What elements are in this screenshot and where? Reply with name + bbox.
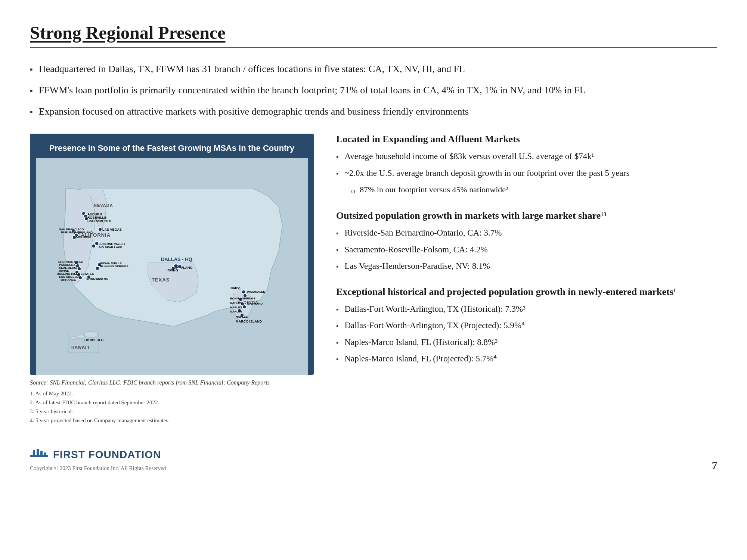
- svg-point-31: [96, 267, 99, 270]
- bullet-marker-s3-1: ▪: [336, 305, 338, 315]
- map-section: Presence in Some of the Fastest Growing …: [30, 134, 314, 425]
- footnote-4: 4. 5 year projected based on Company man…: [30, 416, 314, 425]
- svg-text:HAWAI'I: HAWAI'I: [71, 345, 90, 349]
- map-container: Presence in Some of the Fastest Growing …: [30, 134, 314, 375]
- section3-bullet-text-1: Dallas-Fort Worth-Arlington, TX (Histori…: [344, 303, 526, 316]
- section1-subbullet-1: o 87% in our footprint versus 45% nation…: [336, 183, 717, 197]
- svg-text:TEXAS: TEXAS: [152, 277, 170, 283]
- svg-text:DALLAS - HQ: DALLAS - HQ: [161, 256, 192, 262]
- svg-point-62: [242, 305, 246, 309]
- svg-text:MARCO ISLAND: MARCO ISLAND: [236, 320, 262, 323]
- page-title: Strong Regional Presence: [30, 22, 717, 48]
- section2-bullet-1: ▪ Riverside-San Bernardino-Ontario, CA: …: [336, 227, 717, 240]
- section3-bullet-2: ▪ Dallas-Fort Worth-Arlington, TX (Proje…: [336, 319, 717, 332]
- svg-text:NAPLES: NAPLES: [230, 301, 242, 305]
- section1-bullet-2: ▪ ~2.0x the U.S. average branch deposit …: [336, 167, 717, 180]
- svg-point-22: [95, 242, 99, 245]
- bullet-text-1: Headquartered in Dallas, TX, FFWM has 31…: [39, 62, 717, 76]
- svg-point-55: [71, 337, 76, 340]
- main-content: Presence in Some of the Fastest Growing …: [30, 134, 717, 425]
- bullet-text-3: Expansion focused on attractive markets …: [39, 104, 717, 119]
- svg-text:SAN JOSE: SAN JOSE: [76, 235, 92, 239]
- svg-rect-76: [37, 449, 39, 457]
- svg-text:NAPLES: NAPLES: [236, 315, 248, 318]
- bullet-marker-s1-1: ▪: [336, 152, 338, 162]
- intro-bullets: ▪ Headquartered in Dallas, TX, FFWM has …: [30, 62, 717, 119]
- section1-bullet-text-1: Average household income of $83k versus …: [344, 150, 594, 163]
- logo-text: FIRST FOUNDATION: [53, 449, 161, 461]
- section2-bullet-text-2: Sacramento-Roseville-Folsom, CA: 4.2%: [344, 243, 487, 256]
- svg-text:EL CENTRO: EL CENTRO: [91, 277, 108, 280]
- footnotes: 1. As of May 2022. 2. As of latest FDIC …: [30, 389, 314, 425]
- svg-text:OAKLAND: OAKLAND: [78, 231, 93, 234]
- section-population-growth: Outsized population growth in markets wi…: [336, 210, 717, 273]
- section1-bullet-1: ▪ Average household income of $83k versu…: [336, 150, 717, 163]
- svg-text:INDIAN WELLS: INDIAN WELLS: [100, 262, 122, 265]
- section2-bullet-text-1: Riverside-San Bernardino-Ontario, CA: 3.…: [344, 227, 502, 240]
- bullet-marker-s3-3: ▪: [336, 338, 338, 348]
- section2-bullet-text-3: Las Vegas-Henderson-Paradise, NV: 8.1%: [344, 260, 490, 273]
- svg-text:IMMOKALEE: IMMOKALEE: [247, 290, 266, 293]
- bullet-text-2: FFWM's loan portfolio is primarily conce…: [39, 83, 717, 97]
- bullet-marker-1: ▪: [30, 63, 33, 75]
- svg-rect-75: [33, 450, 35, 457]
- bullet-marker-s2-2: ▪: [336, 245, 338, 255]
- section3-bullet-1: ▪ Dallas-Fort Worth-Arlington, TX (Histo…: [336, 303, 717, 316]
- section2-bullet-3: ▪ Las Vegas-Henderson-Paradise, NV: 8.1%: [336, 260, 717, 273]
- svg-point-19: [98, 227, 102, 231]
- svg-text:AVE MARIA: AVE MARIA: [247, 302, 264, 305]
- svg-text:LUCERNE VALLEY: LUCERNE VALLEY: [99, 242, 126, 246]
- svg-point-58: [242, 290, 245, 294]
- section3-heading: Exceptional historical and projected pop…: [336, 286, 717, 298]
- svg-text:TAMPA: TAMPA: [229, 286, 241, 290]
- bullet-2: ▪ FFWM's loan portfolio is primarily con…: [30, 83, 717, 97]
- section-expanding-markets: Located in Expanding and Affluent Market…: [336, 134, 717, 197]
- section-exceptional-growth: Exceptional historical and projected pop…: [336, 286, 717, 365]
- map-title: Presence in Some of the Fastest Growing …: [36, 140, 308, 158]
- svg-text:LAS VEGAS: LAS VEGAS: [102, 228, 122, 231]
- section3-bullet-4: ▪ Naples-Marco Island, FL (Projected): 5…: [336, 352, 717, 365]
- svg-text:HONOLULU: HONOLULU: [84, 338, 103, 342]
- bullet-marker-2: ▪: [30, 84, 33, 97]
- svg-text:TORRANCE: TORRANCE: [59, 278, 76, 281]
- svg-text:NAPLES: NAPLES: [230, 306, 242, 309]
- map-source: Source: SNL Financial; Claritas LLC; FDI…: [30, 379, 314, 386]
- section2-heading: Outsized population growth in markets wi…: [336, 210, 717, 221]
- bullet-marker-3: ▪: [30, 106, 33, 118]
- logo-area: FIRST FOUNDATION Copyright © 2023 First …: [30, 447, 166, 472]
- bullet-marker-s2-1: ▪: [336, 228, 338, 239]
- bullet-marker-s2-3: ▪: [336, 262, 338, 272]
- svg-text:PLANO: PLANO: [181, 266, 193, 270]
- section1-bullet-text-2: ~2.0x the U.S. average branch deposit gr…: [344, 167, 629, 180]
- svg-point-54: [77, 335, 84, 339]
- bullet-marker-s3-4: ▪: [336, 354, 338, 364]
- section3-bullet-text-2: Dallas-Fort Worth-Arlington, TX (Project…: [344, 319, 525, 332]
- section1-heading: Located in Expanding and Affluent Market…: [336, 134, 717, 145]
- footnote-1: 1. As of May 2022.: [30, 389, 314, 398]
- svg-text:NAPLES: NAPLES: [230, 310, 242, 313]
- svg-text:BIG BEAR LAKE: BIG BEAR LAKE: [99, 246, 123, 249]
- copyright-text: Copyright © 2023 First Foundation Inc. A…: [30, 465, 166, 472]
- bullet-3: ▪ Expansion focused on attractive market…: [30, 104, 717, 119]
- section3-bullet-text-3: Naples-Marco Island, FL (Historical): 8.…: [344, 336, 498, 349]
- svg-rect-78: [44, 452, 46, 457]
- footnote-3: 3. 5 year historical.: [30, 407, 314, 416]
- section3-bullet-text-4: Naples-Marco Island, FL (Projected): 5.7…: [344, 352, 497, 365]
- sub-bullet-marker-1: o: [351, 184, 355, 197]
- svg-rect-77: [40, 451, 43, 457]
- svg-text:BONITA SPRINGS: BONITA SPRINGS: [230, 297, 256, 300]
- logo-icon: [30, 447, 48, 462]
- bullet-1: ▪ Headquartered in Dallas, TX, FFWM has …: [30, 62, 717, 76]
- right-panel: Located in Expanding and Affluent Market…: [336, 134, 717, 425]
- svg-text:RUNNING SPRINGS: RUNNING SPRINGS: [100, 265, 128, 268]
- svg-point-14: [72, 236, 76, 239]
- section2-bullet-2: ▪ Sacramento-Roseville-Folsom, CA: 4.2%: [336, 243, 717, 256]
- logo-badge: FIRST FOUNDATION: [30, 447, 166, 462]
- section3-bullet-3: ▪ Naples-Marco Island, FL (Historical): …: [336, 336, 717, 349]
- bullet-marker-s1-2: ▪: [336, 169, 338, 179]
- svg-text:IRVING: IRVING: [167, 268, 178, 272]
- section1-subbullet-text-1: 87% in our footprint versus 45% nationwi…: [360, 183, 508, 196]
- footnote-2: 2. As of latest FDIC branch report dated…: [30, 398, 314, 407]
- page-number: 7: [712, 460, 717, 472]
- svg-text:NEVADA: NEVADA: [94, 203, 113, 208]
